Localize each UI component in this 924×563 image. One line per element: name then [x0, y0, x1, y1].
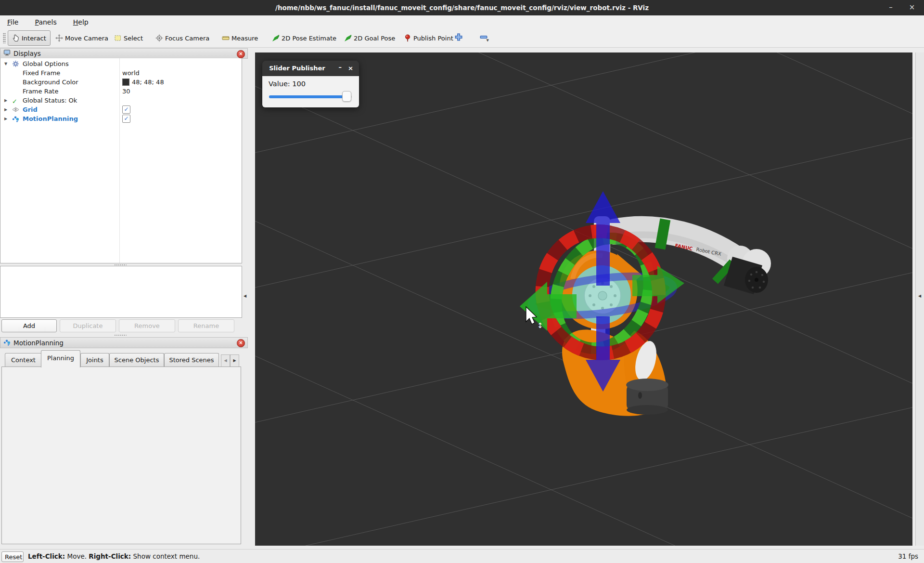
splitter-handle[interactable] [114, 334, 127, 336]
select-icon [114, 34, 122, 42]
tree-row-fixed-frame[interactable]: Fixed Frame world [0, 68, 241, 78]
focus-camera-tool-button[interactable]: Focus Camera [151, 30, 214, 46]
measure-icon [222, 34, 230, 42]
grid-icon [12, 106, 19, 113]
tree-row-motionplanning[interactable]: ▶ MotionPlanning ✓ [0, 114, 241, 123]
tab-scroll-right-icon[interactable]: ▶ [230, 354, 239, 367]
displays-tree[interactable]: ▼ Global Options Fixed Frame world Backg… [0, 58, 242, 263]
title-bar: /home/nbb/ws_fanuc/install/fanuc_moveit_… [0, 0, 924, 15]
tool-options-dropdown-icon[interactable]: ▼ [487, 39, 489, 42]
remove-tool-button[interactable]: ▼ [476, 30, 491, 45]
fixed-frame-value[interactable]: world [122, 68, 140, 78]
display-description-box [0, 266, 242, 318]
background-color-value: 48; 48; 48 [132, 78, 164, 87]
slider-value-label: Value: 100 [269, 80, 306, 88]
tab-scroll-left-icon[interactable]: ◀ [221, 354, 230, 367]
move-camera-icon [55, 34, 63, 42]
duplicate-display-button[interactable]: Duplicate [60, 319, 116, 332]
left-panel-collapse-icon[interactable]: ◀ [244, 294, 246, 298]
slider-fill [269, 95, 347, 98]
publish-point-tool-button[interactable]: Publish Point [399, 30, 458, 46]
motionplanning-panel-header[interactable]: MotionPlanning × [0, 337, 248, 348]
tree-row-global-status[interactable]: ▶ ✓ Global Status: Ok [0, 96, 241, 105]
reset-button[interactable]: Reset [1, 551, 24, 562]
expander-closed-icon[interactable]: ▶ [4, 96, 9, 105]
displays-icon [3, 49, 11, 58]
3d-viewport[interactable]: FANUC Robot CRX [255, 52, 912, 546]
toolbar: Interact Move Camera Select Focus Camera… [0, 29, 924, 48]
menu-help[interactable]: Help [66, 15, 96, 29]
mouse-hint-text: Left-Click: Move. Right-Click: Show cont… [28, 550, 200, 563]
slider-handle[interactable] [342, 91, 351, 102]
rename-display-button[interactable]: Rename [178, 319, 234, 332]
toolbar-drag-handle[interactable] [3, 33, 6, 43]
grid-enabled-checkbox[interactable]: ✓ [122, 105, 130, 114]
frame-rate-value[interactable]: 30 [122, 87, 130, 96]
marker-y-right-arrow-green[interactable] [632, 266, 684, 303]
pose-estimate-tool-button[interactable]: 2D Pose Estimate [268, 30, 341, 46]
slider-window-body: Value: 100 [262, 76, 359, 107]
right-panel-rail[interactable]: ◀ [915, 52, 924, 546]
tab-joints[interactable]: Joints [80, 353, 109, 367]
minus-icon: ▼ [479, 33, 488, 43]
add-tool-button[interactable] [451, 30, 466, 45]
robot-base [626, 379, 668, 415]
tree-row-global-options[interactable]: ▼ Global Options [0, 59, 241, 68]
tab-scene-objects[interactable]: Scene Objects [109, 353, 164, 367]
displays-close-icon[interactable]: × [237, 50, 245, 58]
tab-context[interactable]: Context [5, 353, 42, 367]
select-tool-button[interactable]: Select [110, 30, 147, 46]
window-minimize-button[interactable]: – [883, 0, 899, 15]
expander-open-icon[interactable]: ▼ [4, 59, 9, 68]
right-panel-collapse-icon[interactable]: ◀ [918, 294, 921, 298]
tree-row-frame-rate[interactable]: Frame Rate 30 [0, 87, 241, 96]
remove-display-button[interactable]: Remove [119, 319, 175, 332]
tab-planning[interactable]: Planning [41, 350, 80, 367]
slider-window-title: Slider Publisher [262, 61, 332, 76]
menu-file[interactable]: File [0, 15, 26, 29]
motionplanning-close-icon[interactable]: × [237, 339, 245, 347]
tab-stored-scenes[interactable]: Stored Scenes [164, 353, 219, 367]
expander-closed-icon[interactable]: ▶ [4, 114, 9, 123]
resize-cursor-icon: ↕ [537, 321, 543, 330]
color-swatch[interactable] [122, 79, 129, 86]
slider-window-titlebar[interactable]: Slider Publisher – × [262, 61, 359, 76]
menu-panels[interactable]: Panels [28, 15, 64, 29]
measure-tool-button[interactable]: Measure [218, 30, 262, 46]
window-title: /home/nbb/ws_fanuc/install/fanuc_moveit_… [0, 0, 924, 15]
status-bar: Reset Left-Click: Move. Right-Click: Sho… [0, 549, 924, 563]
motionplanning-enabled-checkbox[interactable]: ✓ [122, 115, 130, 123]
interact-hand-icon [12, 34, 20, 42]
displays-panel-header[interactable]: Displays × [0, 48, 248, 59]
tree-row-grid[interactable]: ▶ Grid ✓ [0, 105, 241, 114]
add-display-button[interactable]: Add [1, 319, 57, 332]
motionplanning-icon [12, 115, 19, 122]
goal-pose-arrow-icon [344, 34, 352, 42]
focus-camera-icon [155, 34, 163, 42]
pose-estimate-arrow-icon [272, 34, 280, 42]
publish-point-pin-icon [404, 34, 411, 42]
interact-tool-button[interactable]: Interact [8, 30, 51, 46]
plus-icon [454, 33, 463, 43]
tree-row-background-color[interactable]: Background Color 48; 48; 48 [0, 78, 241, 87]
fps-counter: 31 fps [898, 550, 918, 563]
goal-pose-tool-button[interactable]: 2D Goal Pose [340, 30, 399, 46]
motionplanning-icon [3, 339, 11, 347]
expander-closed-icon[interactable]: ▶ [4, 105, 9, 114]
displays-panel: Displays × ▼ Global Options Fixed Frame … [0, 48, 242, 333]
motionplanning-panel: MotionPlanning × Context Planning Joints… [0, 337, 242, 546]
slider-track[interactable] [269, 95, 352, 98]
tab-content-frame [1, 367, 241, 544]
slider-publisher-window[interactable]: Slider Publisher – × Value: 100 [262, 61, 359, 107]
move-camera-tool-button[interactable]: Move Camera [51, 30, 113, 46]
slider-window-close-button[interactable]: × [348, 61, 353, 76]
window-close-button[interactable]: × [904, 0, 920, 15]
status-ok-check-icon: ✓ [12, 97, 19, 104]
gear-icon [12, 60, 19, 67]
menu-bar: File Panels Help [0, 15, 924, 29]
3d-scene: FANUC Robot CRX [255, 52, 912, 546]
slider-window-minimize-button[interactable]: – [339, 60, 342, 75]
